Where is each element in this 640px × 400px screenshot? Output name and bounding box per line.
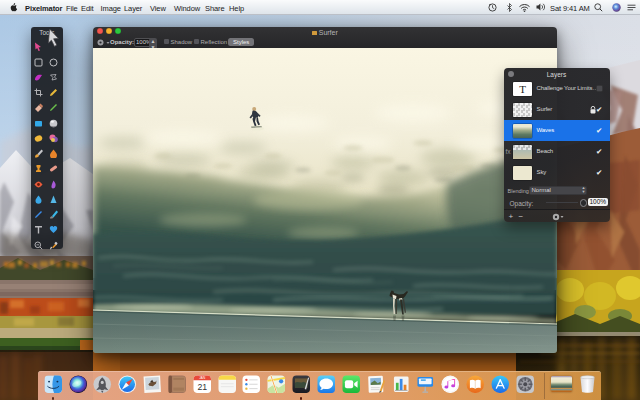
svg-text:21: 21 [197,381,207,391]
svg-text:JAN: JAN [199,376,205,380]
